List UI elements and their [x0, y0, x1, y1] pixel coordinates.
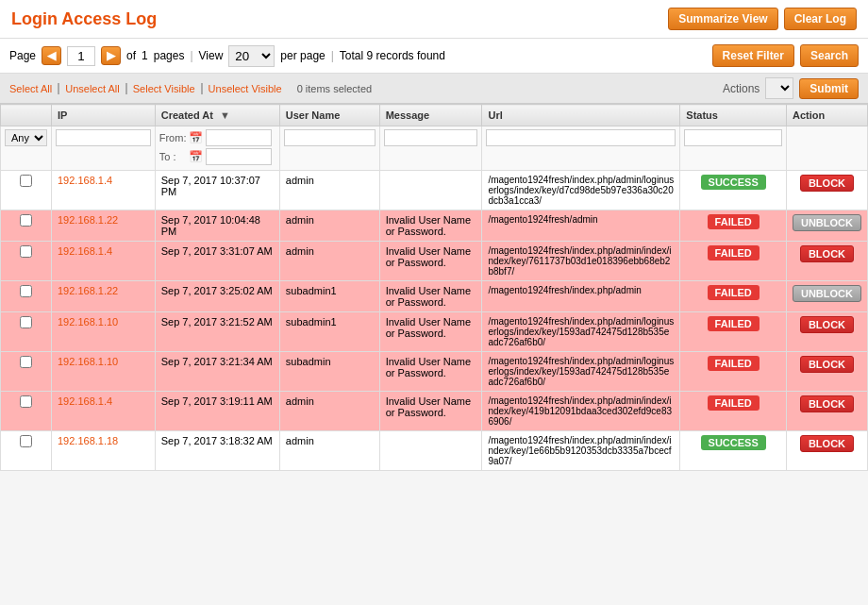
block-button[interactable]: BLOCK	[800, 435, 854, 452]
filter-username-input[interactable]	[284, 129, 376, 146]
block-button[interactable]: BLOCK	[800, 245, 854, 262]
per-page-select[interactable]: 20 50 100	[228, 45, 275, 67]
row-ip: 192.168.1.22	[52, 210, 156, 242]
row-created-at: Sep 7, 2017 3:31:07 AM	[155, 242, 279, 281]
block-button[interactable]: BLOCK	[800, 395, 854, 412]
row-created-at: Sep 7, 2017 3:18:32 AM	[155, 431, 279, 471]
row-username: admin	[279, 431, 379, 471]
row-message: Invalid User Name or Password.	[379, 242, 482, 281]
row-checkbox-cell	[1, 171, 52, 210]
submit-button[interactable]: Submit	[799, 78, 859, 99]
filter-row: Any Yes No From: 📅 To : 📅	[1, 126, 868, 171]
unselect-visible-link[interactable]: Unselect Visible	[202, 83, 288, 94]
row-action: BLOCK	[786, 312, 867, 352]
header-bar: Login Access Log Summarize View Clear Lo…	[0, 0, 868, 39]
date-from-input[interactable]	[206, 129, 272, 146]
unselect-all-link[interactable]: Unselect All	[58, 83, 125, 94]
row-url: /magento1924fresh/index.php/admin	[482, 281, 680, 312]
actions-select[interactable]	[765, 77, 793, 99]
search-button[interactable]: Search	[800, 44, 859, 67]
select-visible-link[interactable]: Select Visible	[126, 83, 202, 94]
block-button[interactable]: BLOCK	[800, 175, 854, 192]
row-url: /magento1924fresh/index.php/admin/index/…	[482, 392, 680, 431]
col-checkbox	[1, 105, 52, 126]
status-badge: SUCCESS	[701, 435, 766, 450]
row-checkbox-cell	[1, 352, 52, 392]
filter-ip-input[interactable]	[56, 129, 151, 146]
row-url: /magento1924fresh/index.php/admin/loginu…	[482, 352, 680, 392]
row-ip: 192.168.1.4	[52, 242, 156, 281]
date-to-input[interactable]	[206, 148, 272, 165]
filter-url-input[interactable]	[486, 129, 676, 146]
row-status: FAILED	[680, 242, 787, 281]
ip-link[interactable]: 192.168.1.4	[58, 175, 112, 186]
row-ip: 192.168.1.4	[52, 392, 156, 431]
row-message: Invalid User Name or Password.	[379, 281, 482, 312]
filter-message-input[interactable]	[384, 129, 478, 146]
block-button[interactable]: BLOCK	[800, 316, 854, 333]
row-created-at: Sep 7, 2017 3:21:52 AM	[155, 312, 279, 352]
ip-link[interactable]: 192.168.1.18	[58, 435, 118, 446]
unblock-button[interactable]: UNBLOCK	[793, 214, 861, 231]
page-input[interactable]	[67, 46, 95, 66]
ip-link[interactable]: 192.168.1.10	[58, 316, 118, 328]
block-button[interactable]: BLOCK	[800, 356, 854, 373]
status-badge: FAILED	[708, 214, 760, 229]
ip-link[interactable]: 192.168.1.22	[58, 214, 118, 226]
row-message: Invalid User Name or Password.	[379, 392, 482, 431]
col-created-at[interactable]: Created At ▼	[155, 105, 279, 126]
table-row: 192.168.1.4Sep 7, 2017 3:19:11 AMadminIn…	[1, 392, 868, 431]
ip-link[interactable]: 192.168.1.10	[58, 356, 118, 367]
row-status: FAILED	[680, 312, 787, 352]
ip-link[interactable]: 192.168.1.22	[58, 285, 118, 296]
next-page-button[interactable]: ▶	[101, 46, 121, 65]
row-url: /magento1924fresh/index.php/admin/index/…	[482, 431, 680, 471]
of-label: of	[126, 49, 136, 62]
row-checkbox[interactable]	[20, 245, 32, 258]
row-ip: 192.168.1.10	[52, 352, 156, 392]
row-checkbox[interactable]	[20, 285, 32, 297]
prev-page-button[interactable]: ◀	[42, 46, 61, 65]
row-username: subadmin1	[279, 281, 379, 312]
row-action: BLOCK	[786, 171, 867, 210]
calendar-to-icon[interactable]: 📅	[189, 150, 203, 163]
row-username: admin	[279, 171, 379, 210]
ip-link[interactable]: 192.168.1.4	[58, 395, 112, 407]
filter-date-cell: From: 📅 To : 📅	[155, 126, 279, 171]
summarize-view-button[interactable]: Summarize View	[668, 8, 778, 30]
row-checkbox[interactable]	[20, 395, 32, 408]
table-header-row: IP Created At ▼ User Name Message Url St…	[1, 105, 868, 126]
col-message: Message	[379, 105, 482, 126]
filter-checkbox-cell: Any Yes No	[1, 126, 52, 171]
table-row: 192.168.1.10Sep 7, 2017 3:21:34 AMsubadm…	[1, 352, 868, 392]
row-url: /magento1924fresh/index.php/admin/loginu…	[482, 171, 680, 210]
ip-link[interactable]: 192.168.1.4	[58, 245, 112, 257]
per-page-label: per page	[280, 49, 325, 62]
col-action: Action	[786, 105, 867, 126]
row-checkbox[interactable]	[20, 316, 32, 328]
row-checkbox[interactable]	[20, 435, 32, 447]
reset-filter-button[interactable]: Reset Filter	[712, 44, 794, 67]
filter-ip-cell	[52, 126, 156, 171]
row-checkbox[interactable]	[20, 214, 32, 227]
row-ip: 192.168.1.22	[52, 281, 156, 312]
clear-log-button[interactable]: Clear Log	[784, 8, 857, 30]
row-checkbox-cell	[1, 281, 52, 312]
row-created-at: Sep 7, 2017 10:37:07 PM	[155, 171, 279, 210]
select-all-link[interactable]: Select All	[9, 83, 58, 94]
filter-status-input[interactable]	[684, 129, 782, 146]
row-checkbox[interactable]	[20, 356, 32, 368]
row-username: subadmin1	[279, 312, 379, 352]
row-checkbox-cell	[1, 210, 52, 242]
row-created-at: Sep 7, 2017 3:19:11 AM	[155, 392, 279, 431]
calendar-from-icon[interactable]: 📅	[189, 131, 203, 144]
row-username: subadmin	[279, 352, 379, 392]
date-filter: From: 📅 To : 📅	[159, 129, 275, 165]
row-checkbox[interactable]	[20, 175, 32, 187]
filter-any-select[interactable]: Any Yes No	[5, 129, 47, 146]
row-status: FAILED	[680, 352, 787, 392]
col-status: Status	[680, 105, 787, 126]
row-ip: 192.168.1.4	[52, 171, 156, 210]
header-buttons: Summarize View Clear Log	[668, 8, 857, 30]
unblock-button[interactable]: UNBLOCK	[793, 285, 861, 302]
